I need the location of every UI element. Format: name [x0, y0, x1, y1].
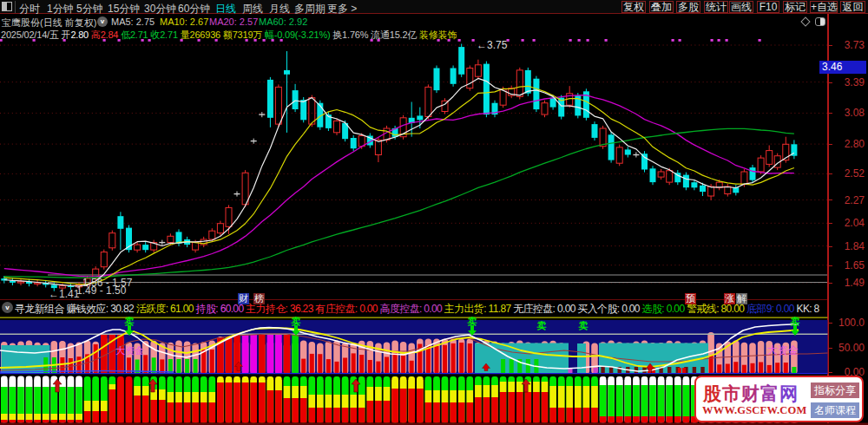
svg-text:卖: 卖: [292, 316, 301, 326]
svg-text:卖: 卖: [468, 316, 477, 326]
svg-text:←3.75: ←3.75: [477, 39, 508, 51]
svg-text:大资金: 大资金: [767, 344, 799, 356]
svg-text:卖: 卖: [791, 316, 800, 326]
svg-text:←1.41: ←1.41: [49, 288, 80, 299]
svg-text:卖: 卖: [125, 316, 135, 326]
svg-text:1.56 - 1.57: 1.56 - 1.57: [82, 277, 133, 289]
svg-text:大资金: 大资金: [115, 345, 144, 356]
svg-text:卖: 卖: [537, 320, 547, 330]
svg-text:卖: 卖: [579, 320, 589, 330]
